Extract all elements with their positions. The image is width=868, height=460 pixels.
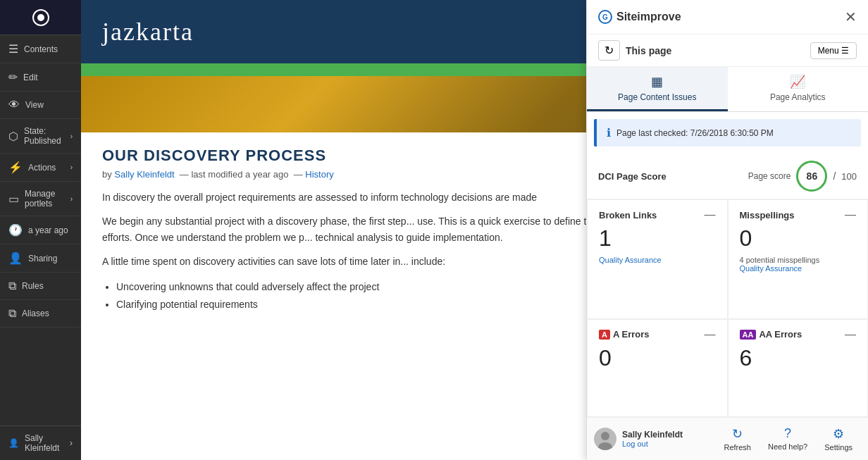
sidebar-item-view[interactable]: 👁 View xyxy=(0,92,81,119)
broken-links-title: Broken Links xyxy=(599,210,657,220)
si-card-a-errors: AA Errors — 0 xyxy=(587,319,728,418)
avatar xyxy=(594,428,616,450)
tab-content-issues[interactable]: ▦ Page Content Issues xyxy=(587,67,728,111)
logout-link[interactable]: Log out xyxy=(622,440,683,448)
need-help-button[interactable]: ? Need help? xyxy=(760,423,816,454)
si-dci-section: DCI Page Score Page score 86 / 100 xyxy=(587,154,868,199)
rules-icon: ⧉ xyxy=(8,280,16,292)
si-card-broken-links: Broken Links — 1 Quality Assurance xyxy=(587,199,728,319)
gear-icon: ⚙ xyxy=(833,426,844,442)
si-tabs: ▦ Page Content Issues 📈 Page Analytics xyxy=(587,67,868,112)
sidebar-item-state[interactable]: ⬡ State: Published › xyxy=(0,119,81,154)
sidebar-label-contents: Contents xyxy=(24,44,58,54)
sidebar-label-year-ago: a year ago xyxy=(28,225,68,235)
sidebar-item-actions[interactable]: ⚡ Actions › xyxy=(0,154,81,182)
refresh-button[interactable]: ↻ Refresh xyxy=(715,423,760,454)
si-card-header-broken-links: Broken Links — xyxy=(599,209,716,221)
sidebar-label-portlets: Manage portlets xyxy=(25,189,65,209)
broken-links-qa-link[interactable]: Quality Assurance xyxy=(599,256,662,264)
sidebar-item-edit[interactable]: ✏ Edit xyxy=(0,63,81,92)
si-footer: Sally Kleinfeldt Log out ↻ Refresh ? Nee… xyxy=(587,417,868,460)
aa-errors-collapse[interactable]: — xyxy=(845,328,856,341)
si-card-misspellings: Misspellings — 0 4 potential misspelling… xyxy=(728,199,869,319)
broken-links-link[interactable]: Quality Assurance xyxy=(599,256,716,264)
misspellings-collapse[interactable]: — xyxy=(845,209,856,221)
sidebar-item-aliases[interactable]: ⧉ Aliases xyxy=(0,300,81,328)
svg-point-3 xyxy=(601,432,609,440)
sidebar-item-sharing[interactable]: 👤 Sharing xyxy=(0,244,81,273)
clock-icon: 🕐 xyxy=(8,223,23,237)
chevron-right-icon: › xyxy=(70,132,73,140)
misspellings-number: 0 xyxy=(740,225,857,251)
si-brand-name: Siteimprove xyxy=(616,11,681,23)
sidebar-label-view: View xyxy=(25,100,44,110)
broken-links-number: 1 xyxy=(599,225,716,251)
portlets-icon: ▭ xyxy=(8,192,19,206)
tab-page-analytics[interactable]: 📈 Page Analytics xyxy=(728,67,869,111)
si-toolbar-refresh-button[interactable]: ↻ xyxy=(598,40,620,61)
si-user-name: Sally Kleinfeldt xyxy=(622,430,683,440)
aliases-icon: ⧉ xyxy=(8,307,16,320)
site-logo: jazkarta xyxy=(102,17,194,46)
a-errors-number: 0 xyxy=(599,345,716,371)
si-footer-actions: ↻ Refresh ? Need help? ⚙ Settings xyxy=(715,423,861,454)
si-user: Sally Kleinfeldt Log out xyxy=(594,428,683,450)
content-issues-tab-icon: ▦ xyxy=(651,74,663,89)
history-link[interactable]: History xyxy=(305,169,333,180)
si-this-page-label: This page xyxy=(626,45,671,56)
a-errors-title: AA Errors xyxy=(599,329,650,340)
si-card-aa-errors: AAAA Errors — 6 xyxy=(728,319,869,418)
sidebar-logo xyxy=(0,0,81,35)
state-icon: ⬡ xyxy=(8,130,18,143)
si-notice-text: Page last checked: 7/26/2018 6:30:50 PM xyxy=(616,128,774,138)
author-link[interactable]: Sally Kleinfeldt xyxy=(114,169,174,180)
si-logo-icon: G xyxy=(598,10,612,24)
si-card-header-misspellings: Misspellings — xyxy=(740,209,857,221)
sidebar-user[interactable]: 👤 Sally Kleinfeldt › xyxy=(0,426,81,460)
content-wrapper: jazkarta ABOUT S... 🔍 OUR DISCOVERY PROC… xyxy=(81,0,868,460)
aa-badge: AA xyxy=(740,330,757,340)
refresh-icon: ↻ xyxy=(732,426,743,442)
aa-errors-title: AAAA Errors xyxy=(740,329,802,340)
sidebar-label-actions: Actions xyxy=(28,163,56,173)
chevron-right-icon-portlets: › xyxy=(70,195,73,203)
edit-icon: ✏ xyxy=(8,70,18,84)
sidebar-label-rules: Rules xyxy=(22,281,44,291)
sidebar-item-manage-portlets[interactable]: ▭ Manage portlets › xyxy=(0,182,81,216)
sidebar-user-name: Sally Kleinfeldt xyxy=(25,433,64,453)
misspellings-qa-link[interactable]: Quality Assurance xyxy=(740,264,802,273)
modified-text: last modified a year ago xyxy=(191,169,288,180)
tab-analytics-label: Page Analytics xyxy=(770,92,826,102)
si-close-button[interactable]: ✕ xyxy=(845,8,857,25)
view-icon: 👁 xyxy=(8,99,20,111)
siteimprove-panel: G Siteimprove ✕ ↻ This page Menu ☰ ▦ Pag… xyxy=(586,0,868,460)
dci-score-label: Page score xyxy=(748,171,791,181)
settings-label: Settings xyxy=(824,443,852,452)
si-notice: ℹ Page last checked: 7/26/2018 6:30:50 P… xyxy=(594,119,861,147)
settings-button[interactable]: ⚙ Settings xyxy=(816,423,861,454)
sidebar-item-rules[interactable]: ⧉ Rules xyxy=(0,273,81,300)
misspellings-sub: 4 potential misspellings Quality Assuran… xyxy=(740,256,857,273)
sidebar-item-contents[interactable]: ☰ Contents xyxy=(0,35,81,63)
refresh-label: Refresh xyxy=(724,443,751,452)
chevron-right-icon-user: › xyxy=(70,438,73,448)
dci-slash: / xyxy=(833,170,836,182)
help-icon: ? xyxy=(784,426,791,441)
user-avatar-icon: 👤 xyxy=(8,438,19,448)
sidebar-item-year-ago[interactable]: 🕐 a year ago xyxy=(0,216,81,244)
dci-score-value: 86 xyxy=(807,170,818,182)
dci-score-circle: 86 xyxy=(796,161,827,192)
si-header: G Siteimprove ✕ xyxy=(587,0,868,35)
si-brand: G Siteimprove xyxy=(598,10,681,24)
misspellings-sub-text: 4 potential misspellings xyxy=(740,256,820,264)
sidebar-label-state: State: Published xyxy=(24,126,65,146)
sidebar-label-sharing: Sharing xyxy=(28,254,57,263)
si-menu-button[interactable]: Menu ☰ xyxy=(810,42,857,59)
dci-score: Page score 86 / 100 xyxy=(748,161,857,192)
analytics-tab-icon: 📈 xyxy=(790,74,805,89)
sharing-icon: 👤 xyxy=(8,251,23,265)
si-toolbar: ↻ This page Menu ☰ xyxy=(587,35,868,67)
si-user-info: Sally Kleinfeldt Log out xyxy=(622,430,683,448)
a-errors-collapse[interactable]: — xyxy=(705,328,716,341)
broken-links-collapse[interactable]: — xyxy=(705,209,716,221)
